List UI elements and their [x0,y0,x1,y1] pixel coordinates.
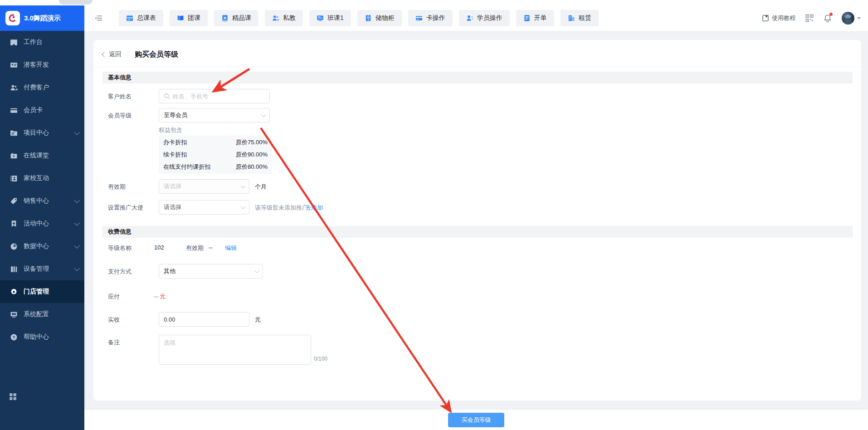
remark-textarea[interactable] [159,335,311,365]
remark-counter: 0/100 [314,356,327,362]
app-root: 3.0舞蹈演示 工作台 潜客开发 付费客户 会员卡 项目中心 [0,0,868,430]
customer-name-label: 客户姓名 [108,93,132,101]
tv-play-icon [10,152,18,160]
promoter-hint: 该等级暂未添加推广 [255,204,308,212]
chevron-down-icon [241,204,246,209]
page-header: 返回 购买会员等级 [102,49,178,60]
customer-name-input[interactable] [159,89,270,103]
sidebar-item-member-card[interactable]: 会员卡 [0,99,84,122]
qr-code-icon[interactable] [805,14,814,22]
tutorial-button[interactable]: 使用教程 [762,14,795,22]
pay-method-label: 支付方式 [108,268,132,276]
credit-card-icon [10,107,18,114]
sidebar-item-home-school[interactable]: 家校互动 [0,167,84,190]
folder-list-icon [10,129,18,137]
level-name-value: 102 [154,244,164,251]
sidebar: 3.0舞蹈演示 工作台 潜客开发 付费客户 会员卡 项目中心 [0,5,84,430]
received-field[interactable] [164,316,244,323]
benefits-panel: 办卡折扣 原价75.00% 续卡折扣 原价90.00% 在线支付约课折扣 原价8… [159,136,272,174]
premium-book-icon [221,15,229,22]
sidebar-item-system-config[interactable]: 系统配置 [0,303,84,326]
bill-icon [523,15,531,22]
section-fee-info: 收费信息 [102,226,853,238]
shortcut-locker[interactable]: 储物柜 [357,10,402,26]
collapse-sidebar-icon[interactable] [93,13,105,24]
level-validity-value: -- [209,244,213,251]
sidebar-item-data-center[interactable]: 数据中心 [0,235,84,258]
add-promoter-link[interactable]: 去添加 [305,204,323,212]
benefit-row: 在线支付约课折扣 原价80.00% [163,161,268,173]
payable-label: 应付 [108,293,120,301]
student-icon [466,15,473,22]
app-title: 3.0舞蹈演示 [24,14,61,23]
sidebar-item-paying-customers[interactable]: 付费客户 [0,76,84,99]
svg-text:?: ? [13,335,15,339]
caret-down-icon [857,17,861,20]
shortcut-billing[interactable]: 开单 [516,10,554,26]
header-rule [93,67,861,67]
sidebar-item-device-management[interactable]: 设备管理 [0,258,84,280]
chevron-down-icon [74,220,80,226]
back-button[interactable]: 返回 [102,50,122,59]
shortcut-class-1[interactable]: 班课1 [309,10,351,26]
building-icon [568,15,575,22]
question-circle-icon: ? [10,333,18,341]
shortcut-private-coach[interactable]: 私教 [265,10,303,26]
level-name-label: 等级名称 [108,244,132,252]
browser-edge-strip [0,0,868,5]
chevron-down-icon [74,265,80,271]
sidebar-item-activity-center[interactable]: 活动中心 [0,212,84,235]
section-basic-info: 基本信息 [102,72,853,83]
validity-label: 有效期 [108,183,126,191]
benefit-row: 续卡折扣 原价90.00% [163,148,268,161]
shortcut-total-schedule[interactable]: 总课表 [119,10,163,26]
chevron-down-icon [74,243,80,249]
chevron-down-icon [261,112,266,117]
notification-dot [829,13,833,16]
footer-bar: 买会员等级 [84,410,868,430]
promoter-label: 设置推广大使 [108,204,143,212]
contact-book-icon [10,175,18,182]
shortcut-card-ops[interactable]: 卡操作 [408,10,453,26]
chevron-down-icon [241,183,246,188]
shortcut-rental[interactable]: 租赁 [561,10,599,26]
shortcut-student-ops[interactable]: 学员操作 [459,10,510,26]
validity-select[interactable]: 请选择 [159,179,249,194]
customer-name-field[interactable] [173,93,265,100]
search-icon [164,93,170,99]
sidebar-item-sales-center[interactable]: 销售中心 [0,190,84,212]
bell-icon[interactable] [824,14,832,23]
workbench-icon [10,39,18,46]
sidebar-item-prospects[interactable]: 潜客开发 [0,54,84,76]
sidebar-item-workbench[interactable]: 工作台 [0,31,84,54]
header-divider [128,51,128,58]
sidebar-item-help-center[interactable]: ? 帮助中心 [0,326,84,348]
chevron-down-icon [74,129,80,135]
member-level-select[interactable]: 至尊会员 [159,108,270,122]
topbar-right: 使用教程 [762,5,861,31]
shortcut-group-class[interactable]: 团课 [170,10,208,26]
terminal-icon [10,311,18,318]
id-card-icon [10,61,18,69]
calendar-icon [126,15,133,22]
page-title: 购买会员等级 [135,50,178,59]
sidebar-item-store-management[interactable]: 门店管理 [0,280,84,303]
tutorial-icon [762,15,769,22]
topbar-shortcuts: 总课表 团课 精品课 私教 班课1 储物柜 [119,10,599,26]
buy-level-button[interactable]: 买会员等级 [448,413,504,427]
books-icon [10,265,18,273]
sidebar-item-project-center[interactable]: 项目中心 [0,122,84,144]
sidebar-item-online-class[interactable]: 在线课堂 [0,144,84,167]
app-logo-icon [5,11,20,25]
shortcut-premium-class[interactable]: 精品课 [214,10,258,26]
apps-grid-icon[interactable] [9,393,17,401]
received-input[interactable] [159,312,249,327]
promoter-select[interactable]: 请选择 [159,200,249,215]
pay-method-select[interactable]: 其他 [159,264,263,279]
purchase-member-level-card: 返回 购买会员等级 基本信息 客户姓名 会员等级 至尊会员 权益包含 办卡折扣 … [93,40,861,401]
edit-level-link[interactable]: 编辑 [225,244,237,252]
user-menu[interactable] [842,12,861,24]
clock-chart-icon [10,243,18,250]
topbar: 总课表 团课 精品课 私教 班课1 储物柜 [84,5,868,31]
sidebar-menu: 工作台 潜客开发 付费客户 会员卡 项目中心 在线课堂 [0,31,84,348]
